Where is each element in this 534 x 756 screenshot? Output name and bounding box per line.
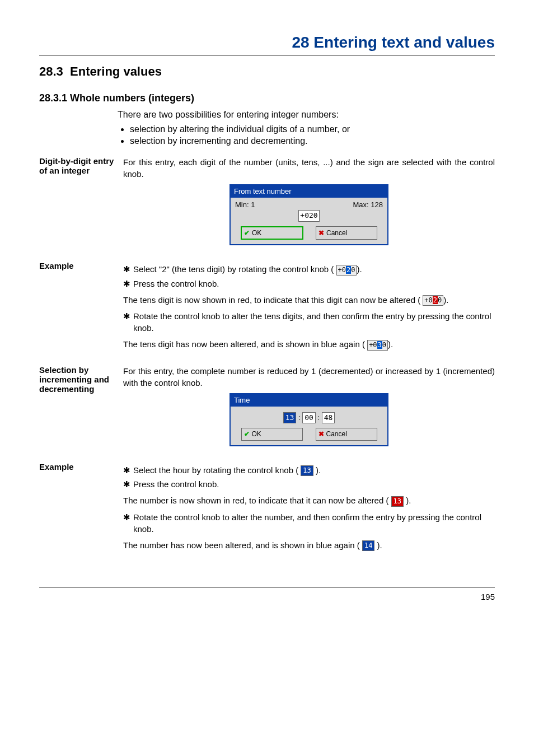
subsection-title: 28.3.1 Whole numbers (integers): [39, 92, 495, 104]
cancel-button[interactable]: ✖ Cancel: [316, 226, 377, 240]
chapter-title: 28 Entering text and values: [39, 34, 495, 52]
step-text: Rotate the control knob to alter the num…: [133, 511, 495, 535]
step-item: ✱ Rotate the control knob to alter the t…: [123, 310, 495, 334]
cross-icon: ✖: [318, 228, 324, 238]
section-title: 28.3 Entering values: [39, 64, 495, 79]
text: ).: [388, 339, 393, 349]
chip-pre: +0: [424, 296, 432, 304]
step-item: ✱ Press the control knob.: [123, 478, 495, 490]
result-text: The number has now been altered, and is …: [123, 539, 495, 551]
footer-rule: [39, 587, 495, 587]
star-icon: ✱: [123, 464, 133, 476]
intro-bullet: selection by altering the individual dig…: [130, 124, 495, 134]
hour-chip: 13: [301, 465, 313, 476]
result-text: The number is now shown in red, to indic…: [123, 494, 495, 506]
text: ).: [377, 540, 382, 550]
section-number: 28.3: [39, 64, 63, 78]
cross-icon: ✖: [318, 430, 324, 439]
minutes-input[interactable]: 00: [302, 412, 316, 423]
subsection-number: 28.3.1: [39, 92, 67, 104]
star-icon: ✱: [123, 478, 133, 490]
digit-chip: +020: [336, 265, 357, 276]
step-item: ✱ Press the control knob.: [123, 278, 495, 290]
check-icon: ✔: [244, 228, 250, 238]
star-icon: ✱: [123, 278, 133, 290]
intro-list: selection by altering the individual dig…: [118, 124, 495, 146]
text: The number has now been altered, and is …: [123, 540, 360, 550]
ok-button[interactable]: ✔ OK: [241, 428, 303, 441]
star-icon: ✱: [123, 511, 133, 535]
side-label-example: Example: [39, 462, 123, 556]
chip-highlight: 2: [433, 296, 438, 304]
side-label-incdec: Selection by incrementing and decrementi…: [39, 365, 123, 452]
blockB-text: For this entry, the complete number is r…: [123, 365, 495, 389]
blockA-text: For this entry, each digit of the number…: [123, 156, 495, 180]
intro-bullet: selection by incrementing and decrementi…: [130, 136, 495, 146]
cancel-label: Cancel: [326, 228, 347, 238]
min-label: Min: 1: [235, 200, 255, 210]
hours-input[interactable]: 13: [283, 412, 297, 423]
step-text: Select "2" (the tens digit) by rotating …: [133, 264, 334, 274]
result-text: The tens digit is now shown in red, to i…: [123, 294, 495, 306]
section-name: Entering values: [70, 64, 162, 78]
text: The tens digit has now been altered, and…: [123, 339, 365, 349]
cancel-label: Cancel: [326, 430, 347, 439]
step-item: ✱ Select "2" (the tens digit) by rotatin…: [123, 263, 495, 275]
step-text: Select the hour by rotating the control …: [133, 465, 298, 475]
max-label: Max: 128: [353, 200, 383, 210]
step-text: ).: [316, 465, 321, 475]
subsection-name: Whole numbers (integers): [70, 92, 194, 104]
intro-text: There are two possibilities for entering…: [118, 110, 495, 120]
from-text-number-dialog: From text number Min: 1 Max: 128 +020 ✔ …: [229, 184, 388, 245]
seconds-input[interactable]: 48: [322, 412, 335, 423]
chip-post: 0: [351, 266, 355, 274]
step-item: ✱ Rotate the control knob to alter the n…: [123, 511, 495, 535]
colon: :: [317, 413, 321, 422]
check-icon: ✔: [244, 430, 250, 439]
dialog-title: From text number: [231, 185, 387, 198]
hour-chip: 14: [362, 540, 374, 551]
ok-label: OK: [252, 228, 261, 238]
text: The number is now shown in red, to indic…: [123, 496, 388, 505]
hour-chip: 13: [391, 496, 404, 507]
step-text: Press the control knob.: [133, 278, 495, 290]
chip-pre: +0: [369, 341, 377, 349]
header-rule: [39, 55, 495, 55]
page-number: 195: [39, 592, 495, 601]
cancel-button[interactable]: ✖ Cancel: [316, 428, 377, 441]
dialog-title: Time: [231, 394, 387, 407]
step-text: Press the control knob.: [133, 478, 495, 490]
text: The tens digit is now shown in red, to i…: [123, 295, 420, 305]
side-label-example: Example: [39, 261, 123, 354]
colon: :: [298, 413, 302, 422]
star-icon: ✱: [123, 310, 133, 334]
step-text: Rotate the control knob to alter the ten…: [133, 310, 495, 334]
chip-highlight: 3: [377, 341, 382, 349]
digit-chip: +020: [423, 295, 443, 306]
digit-chip: +030: [367, 340, 388, 351]
star-icon: ✱: [123, 263, 133, 275]
ok-button[interactable]: ✔ OK: [241, 226, 303, 240]
step-item: ✱ Select the hour by rotating the contro…: [123, 464, 495, 476]
step-text: ).: [357, 264, 362, 274]
ok-label: OK: [252, 430, 261, 439]
chip-post: 0: [438, 296, 442, 304]
chip-highlight: 2: [346, 266, 351, 274]
side-label-digit-entry: Digit-by-digit entry of an integer: [39, 156, 123, 251]
text: ).: [406, 496, 411, 505]
chip-pre: +0: [338, 266, 346, 274]
number-input[interactable]: +020: [298, 210, 319, 221]
time-dialog: Time 13 : 00 : 48 ✔ OK: [229, 393, 388, 446]
text: ).: [443, 295, 448, 305]
result-text: The tens digit has now been altered, and…: [123, 338, 495, 350]
chip-post: 0: [382, 341, 386, 349]
